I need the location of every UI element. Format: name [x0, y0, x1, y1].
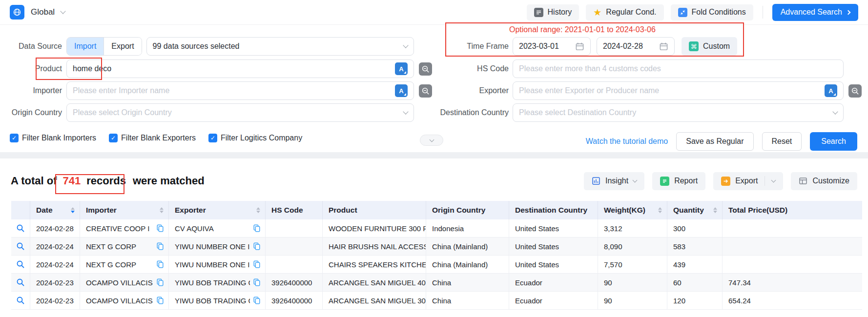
cell-price: [723, 256, 862, 274]
export-icon: [721, 177, 730, 186]
copy-icon[interactable]: [156, 224, 164, 232]
cell-date: 2024-02-24: [30, 256, 80, 274]
checkbox-checked-icon[interactable]: ✓: [109, 134, 118, 142]
view-detail-icon[interactable]: [16, 224, 25, 233]
sort-icon[interactable]: [713, 207, 717, 213]
insight-button[interactable]: Insight: [584, 172, 644, 190]
column-header-exporter[interactable]: Exporter: [169, 201, 266, 219]
sort-icon[interactable]: [256, 207, 260, 213]
save-as-regular-button[interactable]: Save as Regular: [676, 132, 753, 151]
importer-placeholder: Please enter Importer name: [73, 86, 391, 95]
search-button[interactable]: Search: [810, 132, 857, 151]
divider: [765, 176, 765, 186]
fold-icon: [678, 8, 687, 17]
regular-cond-button[interactable]: ★ Regular Cond.: [586, 4, 663, 20]
export-label: Export: [735, 177, 758, 185]
cell-weight: 90: [598, 274, 667, 292]
translate-icon[interactable]: A: [395, 84, 408, 97]
history-label: History: [548, 8, 572, 17]
column-header-date[interactable]: Date: [30, 201, 80, 219]
view-detail-icon[interactable]: [16, 242, 25, 251]
cell-product: ARCANGEL SAN MIGUEL 40: [323, 274, 426, 292]
view-detail-icon[interactable]: [16, 278, 25, 287]
product-label: Product: [0, 64, 62, 73]
export-button[interactable]: Export: [713, 172, 783, 190]
column-header-weight[interactable]: Weight(KG): [598, 201, 667, 219]
cell-detail: [11, 219, 30, 238]
exporter-name: YIWU NUMBER ONE I: [175, 242, 250, 251]
hs-code-input[interactable]: Please enter more than 4 customs codes: [513, 59, 844, 78]
tutorial-link[interactable]: Watch the tutorial demo: [586, 137, 668, 146]
cell-price: [723, 238, 862, 256]
sort-icon[interactable]: [658, 207, 662, 213]
fold-conditions-button[interactable]: Fold Conditions: [671, 4, 753, 20]
total-unit: records: [86, 175, 126, 187]
fuzzy-search-button[interactable]: [419, 84, 432, 98]
copy-icon[interactable]: [253, 278, 260, 286]
customize-label: Customize: [812, 177, 849, 185]
cell-weight: 8,090: [598, 238, 667, 256]
checkbox-checked-icon[interactable]: ✓: [208, 134, 217, 142]
history-button[interactable]: History: [527, 4, 579, 20]
origin-country-select[interactable]: Please select Origin Country: [66, 103, 414, 122]
expand-conditions-button[interactable]: [420, 135, 443, 146]
product-input[interactable]: home deco A: [66, 59, 414, 78]
importer-input[interactable]: Please enter Importer name A: [66, 81, 414, 100]
table-row: 2024-02-24NEXT G CORPYIWU NUMBER ONE IHA…: [11, 238, 862, 256]
end-date-input[interactable]: 2024-02-28: [597, 37, 675, 56]
column-header-destination: Destination Country: [509, 201, 598, 219]
translate-icon[interactable]: A: [825, 84, 837, 97]
column-header-quantity[interactable]: Quantity: [667, 201, 723, 219]
column-header-importer[interactable]: Importer: [80, 201, 169, 219]
cell-quantity: 60: [667, 274, 723, 292]
chevron-down-icon[interactable]: [771, 178, 776, 182]
column-label: HS Code: [271, 206, 303, 215]
region-selector[interactable]: Global: [10, 5, 65, 20]
copy-icon[interactable]: [253, 224, 260, 232]
view-detail-icon[interactable]: [16, 296, 25, 305]
copy-icon[interactable]: [156, 260, 164, 268]
tab-import[interactable]: Import: [67, 38, 103, 55]
exporter-placeholder: Please enter Exporter or Producer name: [519, 86, 821, 95]
cell-origin: China (Mainland): [426, 238, 509, 256]
start-date-input[interactable]: 2023-03-01: [513, 37, 591, 56]
origin-country-label: Origin Country: [0, 108, 62, 117]
destination-country-select[interactable]: Please select Destination Country: [513, 103, 844, 122]
cell-product: ARCANGEL SAN MIGUEL 30: [323, 292, 426, 310]
importer-name: OCAMPO VILLACIS: [86, 297, 153, 305]
fuzzy-search-button[interactable]: [848, 84, 862, 98]
exporter-input[interactable]: Please enter Exporter or Producer name A: [513, 81, 844, 100]
column-header-product: Product: [323, 201, 426, 219]
checkbox-checked-icon[interactable]: ✓: [10, 134, 19, 142]
command-icon: ⌘: [689, 41, 699, 51]
customize-button[interactable]: Customize: [791, 172, 857, 190]
copy-icon[interactable]: [156, 297, 164, 304]
importer-name: NEXT G CORP: [86, 242, 153, 251]
advanced-search-button[interactable]: Advanced Search: [772, 4, 858, 21]
regular-cond-label: Regular Cond.: [606, 8, 656, 17]
tab-export[interactable]: Export: [103, 38, 141, 55]
data-sources-select[interactable]: 99 data sources selected: [146, 37, 414, 56]
copy-icon[interactable]: [253, 242, 260, 250]
globe-icon: [13, 8, 21, 17]
destination-country-label: Destination Country: [434, 108, 509, 117]
cell-detail: [11, 292, 30, 310]
chevron-down-icon: [429, 137, 434, 142]
custom-range-button[interactable]: ⌘ Custom: [682, 37, 737, 56]
copy-icon[interactable]: [156, 278, 164, 286]
origin-country-placeholder: Please select Origin Country: [73, 108, 400, 117]
column-label: Product: [329, 206, 357, 215]
copy-icon[interactable]: [156, 242, 164, 250]
report-button[interactable]: Report: [652, 172, 705, 190]
reset-button[interactable]: Reset: [762, 132, 802, 151]
translate-icon[interactable]: A: [395, 62, 408, 75]
column-label: Date: [36, 206, 53, 215]
view-detail-icon[interactable]: [16, 260, 25, 269]
fuzzy-search-button[interactable]: [419, 62, 432, 76]
sort-icon[interactable]: [160, 207, 164, 213]
importer-name: OCAMPO VILLACIS: [86, 278, 153, 287]
copy-icon[interactable]: [253, 260, 260, 268]
copy-icon[interactable]: [253, 297, 260, 304]
sort-icon[interactable]: [71, 207, 75, 213]
cell-date: 2024-02-23: [30, 274, 80, 292]
